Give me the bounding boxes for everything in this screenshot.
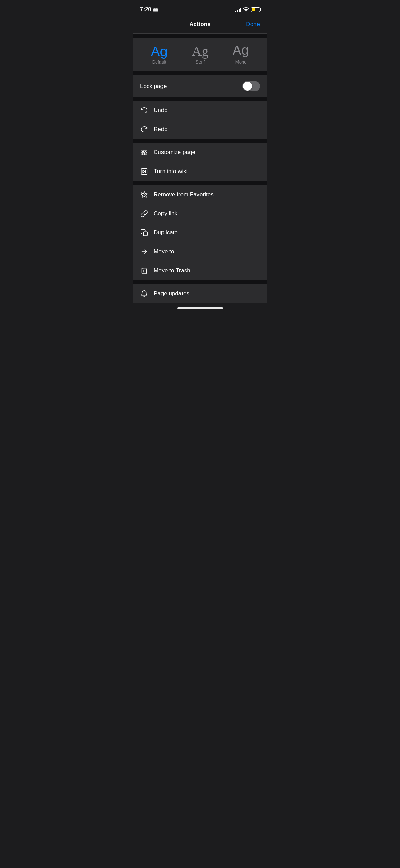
section-gap-5 [133, 181, 267, 185]
home-indicator [177, 307, 223, 309]
svg-point-9 [143, 153, 145, 155]
status-bar: 7:20 [133, 0, 267, 17]
toggle-knob [243, 82, 252, 91]
turn-into-wiki-row[interactable]: Turn into wiki [133, 162, 267, 181]
section-gap-2 [133, 71, 267, 75]
move-icon [140, 248, 148, 256]
undo-icon [140, 106, 148, 114]
svg-rect-13 [143, 232, 147, 236]
bottom-bar [133, 303, 267, 313]
customize-page-label: Customize page [154, 149, 195, 156]
copy-link-row[interactable]: Copy link [133, 204, 267, 223]
page-updates-section: Page updates [133, 284, 267, 303]
font-ag-serif: Ag [192, 44, 209, 58]
page-updates-label: Page updates [154, 290, 189, 297]
lock-page-row: Lock page [133, 75, 267, 97]
font-ag-default: Ag [151, 44, 168, 58]
wiki-icon [140, 167, 148, 176]
font-option-mono[interactable]: Ag Mono [233, 44, 249, 65]
sleep-icon [153, 7, 158, 12]
svg-point-7 [142, 150, 144, 152]
font-section: Ag Default Ag Serif Ag Mono [133, 38, 267, 71]
remove-from-favorites-label: Remove from Favorites [154, 191, 214, 198]
font-label-serif: Serif [196, 59, 205, 65]
undo-row[interactable]: Undo [133, 101, 267, 120]
wifi-icon [243, 7, 249, 12]
font-option-serif[interactable]: Ag Serif [192, 44, 209, 65]
section-gap-1 [133, 34, 267, 38]
star-icon [140, 191, 148, 199]
copy-link-label: Copy link [154, 210, 177, 217]
customize-icon [140, 148, 148, 157]
svg-rect-0 [153, 9, 158, 12]
redo-icon [140, 125, 148, 133]
svg-point-3 [246, 11, 246, 12]
page-updates-row[interactable]: Page updates [133, 284, 267, 303]
move-to-row[interactable]: Move to [133, 242, 267, 261]
remove-from-favorites-row[interactable]: Remove from Favorites [133, 185, 267, 204]
customize-wiki-section: Customize page Turn into wiki [133, 143, 267, 181]
status-icons [235, 7, 260, 12]
done-button[interactable]: Done [243, 21, 260, 28]
svg-point-8 [145, 152, 146, 153]
bell-icon [140, 290, 148, 298]
section-gap-6 [133, 280, 267, 284]
redo-label: Redo [154, 126, 168, 133]
svg-rect-2 [156, 8, 157, 8]
actions-section: Remove from Favorites Copy link Duplicat… [133, 185, 267, 280]
duplicate-label: Duplicate [154, 229, 178, 236]
signal-bars-icon [235, 7, 241, 12]
section-gap-4 [133, 139, 267, 143]
status-time: 7:20 [140, 6, 158, 13]
move-to-trash-label: Move to Trash [154, 267, 190, 274]
redo-row[interactable]: Redo [133, 120, 267, 139]
page-title: Actions [157, 21, 243, 28]
lock-page-label: Lock page [140, 83, 167, 90]
svg-rect-1 [154, 8, 155, 8]
trash-icon [140, 267, 148, 275]
font-option-default[interactable]: Ag Default [151, 44, 168, 65]
battery-icon [251, 7, 260, 12]
font-label-default: Default [152, 59, 166, 65]
undo-label: Undo [154, 107, 168, 114]
duplicate-icon [140, 229, 148, 237]
lock-page-section: Lock page [133, 75, 267, 97]
move-to-label: Move to [154, 248, 174, 255]
section-gap-3 [133, 97, 267, 101]
move-to-trash-row[interactable]: Move to Trash [133, 261, 267, 280]
font-ag-mono: Ag [233, 44, 249, 58]
customize-page-row[interactable]: Customize page [133, 143, 267, 162]
duplicate-row[interactable]: Duplicate [133, 223, 267, 242]
font-label-mono: Mono [235, 59, 247, 65]
undo-redo-section: Undo Redo [133, 101, 267, 139]
link-icon [140, 210, 148, 218]
header: Actions Done [133, 17, 267, 33]
lock-page-toggle[interactable] [242, 81, 260, 91]
turn-into-wiki-label: Turn into wiki [154, 168, 188, 175]
